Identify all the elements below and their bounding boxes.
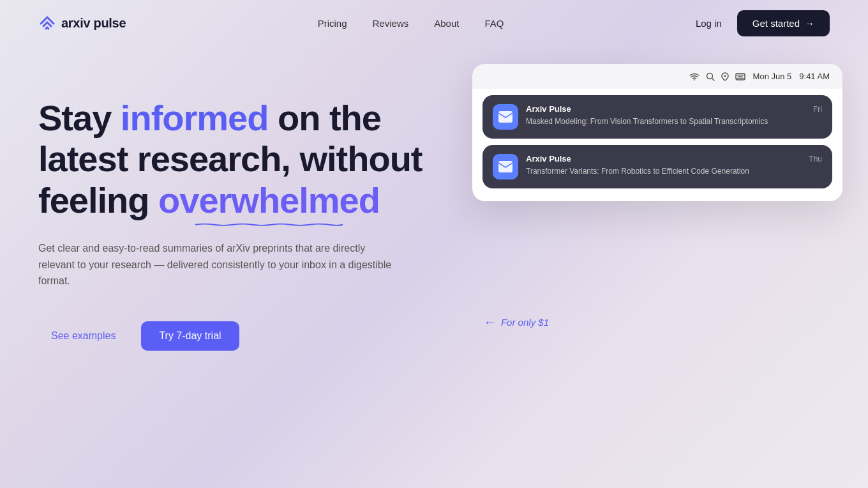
trial-button[interactable]: Try 7-day trial [141,321,239,351]
nav-actions: Log in Get started → [696,10,830,36]
status-date: Mon Jun 5 [753,72,792,81]
notif-title-1: Masked Modeling: From Vision Transformer… [526,116,822,127]
title-highlight-informed: informed [121,98,269,138]
notif-header-1: Arxiv Pulse Fri [526,104,822,114]
settings-icon [735,73,745,80]
notif-title-2: Transformer Variants: From Robotics to E… [526,166,822,177]
see-examples-button[interactable]: See examples [38,321,128,351]
logo[interactable]: arxiv pulse [38,15,126,33]
status-time: 9:41 AM [799,72,830,81]
hero-description: Get clear and easy-to-read summaries of … [38,240,396,289]
notification-card-2: Arxiv Pulse Thu Transformer Variants: Fr… [483,145,832,188]
logo-text: arxiv pulse [61,16,126,31]
logo-icon [38,15,56,33]
hero-left: Stay informed on thelatest research, wit… [38,85,472,351]
arrow-annotation: ← [483,315,496,330]
underline-decoration [158,222,380,226]
svg-rect-8 [498,111,513,123]
notif-content-1: Arxiv Pulse Fri Masked Modeling: From Vi… [526,104,822,127]
notif-sender-2: Arxiv Pulse [526,154,571,164]
status-icons [689,72,745,81]
search-icon [706,72,715,81]
svg-line-2 [712,78,714,80]
email-icon-2 [498,160,513,173]
svg-rect-9 [498,161,513,172]
svg-point-3 [724,75,726,77]
hero-title: Stay informed on thelatest research, wit… [38,98,472,221]
notif-day-2: Thu [809,155,822,164]
notif-icon-2 [493,154,518,179]
location-icon [721,72,729,81]
phone-mockup: Mon Jun 5 9:41 AM Arxiv Pulse Fri Masked… [472,64,842,201]
notif-content-2: Arxiv Pulse Thu Transformer Variants: Fr… [526,154,822,177]
nav-about[interactable]: About [434,18,459,29]
svg-point-0 [694,79,695,80]
email-icon [498,111,513,123]
notif-icon-1 [493,104,518,130]
nav-links: Pricing Reviews About FAQ [318,18,504,29]
get-started-button[interactable]: Get started → [737,10,830,36]
wifi-icon [689,73,700,80]
nav-faq[interactable]: FAQ [484,18,504,29]
status-bar: Mon Jun 5 9:41 AM [472,64,842,89]
price-annotation: ← For only $1 [483,315,549,330]
title-highlight-overwhelmed: overwhelmed [158,180,380,221]
notification-card-1: Arxiv Pulse Fri Masked Modeling: From Vi… [483,95,832,139]
nav-reviews[interactable]: Reviews [373,18,409,29]
notif-header-2: Arxiv Pulse Thu [526,154,822,164]
notif-sender-1: Arxiv Pulse [526,104,571,114]
notif-day-1: Fri [813,105,822,114]
hero-actions: See examples Try 7-day trial ← For only … [38,321,472,351]
nav-pricing[interactable]: Pricing [318,18,347,29]
arrow-right-icon: → [805,18,814,29]
login-button[interactable]: Log in [696,18,722,29]
navbar: arxiv pulse Pricing Reviews About FAQ Lo… [0,0,868,47]
